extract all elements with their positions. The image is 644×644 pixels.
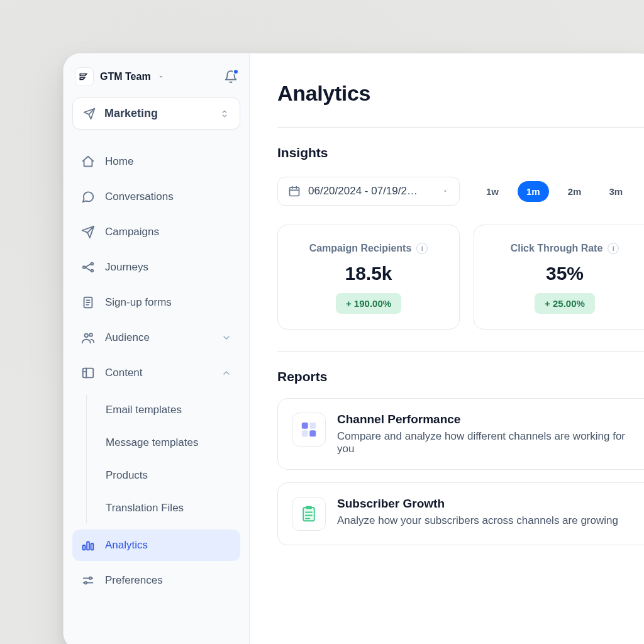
svg-point-5	[89, 333, 92, 336]
svg-rect-9	[91, 543, 94, 550]
date-range-picker[interactable]: 06/20/2024 - 07/19/2…	[277, 177, 460, 206]
date-range-label: 06/20/2024 - 07/19/2…	[308, 185, 434, 197]
sidebar-item-label: Audience	[105, 331, 150, 344]
main-content: Analytics Insights 06/20/2024 - 07/19/2……	[250, 53, 644, 644]
svg-rect-13	[302, 423, 308, 429]
bar-chart-icon	[81, 538, 95, 552]
insights-heading: Insights	[277, 145, 644, 160]
range-label: 1m	[526, 186, 540, 197]
workspace-label: Marketing	[104, 107, 158, 120]
chevron-down-icon	[221, 333, 231, 343]
calendar-icon	[288, 185, 301, 197]
range-2m[interactable]: 2m	[559, 181, 591, 202]
sidebar-item-conversations[interactable]: Conversations	[72, 181, 240, 213]
subnav-label: Products	[106, 469, 148, 481]
subnav-label: Message templates	[106, 436, 198, 448]
form-icon	[81, 296, 95, 309]
stat-value: 35%	[488, 263, 641, 284]
sidebar-item-campaigns[interactable]: Campaigns	[72, 216, 240, 248]
report-channel-performance[interactable]: Channel Performance Compare and analyze …	[277, 398, 644, 470]
sidebar-item-label: Conversations	[105, 191, 174, 203]
clipboard-icon	[292, 497, 326, 531]
reports-heading: Reports	[277, 369, 644, 384]
sidebar-item-content[interactable]: Content	[72, 357, 240, 389]
sidebar-item-analytics[interactable]: Analytics	[72, 530, 240, 561]
range-6m[interactable]: 6m	[641, 181, 644, 202]
sidebar-item-label: Sign-up forms	[105, 296, 172, 309]
range-3m[interactable]: 3m	[600, 181, 631, 202]
sidebar-item-journeys[interactable]: Journeys	[72, 252, 240, 283]
sidebar-item-label: Campaigns	[105, 226, 159, 238]
svg-rect-15	[302, 430, 308, 436]
range-label: 1w	[486, 186, 499, 197]
svg-rect-8	[87, 542, 89, 550]
notification-dot-icon	[233, 69, 239, 75]
people-icon	[81, 331, 95, 345]
svg-rect-14	[309, 423, 316, 429]
svg-rect-18	[306, 506, 312, 509]
subnav-translation-files[interactable]: Translation Files	[99, 493, 240, 523]
subnav-label: Email templates	[106, 404, 182, 416]
svg-rect-7	[83, 545, 86, 550]
home-icon	[81, 155, 95, 169]
stat-delta: + 190.00%	[336, 293, 401, 314]
sidebar-item-home[interactable]: Home	[72, 146, 240, 177]
svg-rect-16	[309, 430, 316, 436]
range-1w[interactable]: 1w	[477, 181, 508, 202]
app-logo-icon	[75, 67, 94, 86]
subnav-label: Translation Files	[106, 502, 184, 514]
paper-plane-icon	[83, 108, 96, 120]
report-title: Channel Performance	[337, 413, 641, 426]
report-subscriber-growth[interactable]: Subscriber Growth Analyze how your subsc…	[277, 482, 644, 545]
notifications-button[interactable]	[224, 70, 238, 84]
sidebar-item-preferences[interactable]: Preferences	[72, 565, 240, 596]
stat-cards: Campaign Recipients i 18.5k + 190.00% Cl…	[277, 225, 644, 330]
share-nodes-icon	[81, 260, 95, 274]
sidebar-item-label: Analytics	[105, 539, 148, 552]
page-title: Analytics	[277, 81, 644, 106]
info-icon[interactable]: i	[608, 243, 619, 254]
sidebar-item-label: Content	[105, 367, 143, 379]
divider	[277, 351, 644, 352]
subnav-message-templates[interactable]: Message templates	[99, 428, 240, 458]
report-title: Subscriber Growth	[337, 497, 618, 511]
insights-controls: 06/20/2024 - 07/19/2… 1w 1m 2m 3m 6m 1y	[277, 177, 644, 206]
report-desc: Analyze how your subscribers across chan…	[337, 514, 618, 527]
layout-icon	[81, 366, 95, 380]
grid-icon	[292, 413, 326, 447]
info-icon[interactable]: i	[416, 243, 428, 254]
stat-value: 18.5k	[292, 263, 445, 284]
sidebar-item-label: Home	[105, 155, 133, 168]
caret-down-icon	[441, 187, 449, 195]
content-subnav: Email templates Message templates Produc…	[86, 395, 240, 523]
sidebar-nav: Home Conversations Campaigns Journeys	[72, 146, 240, 596]
sort-icon	[219, 109, 230, 119]
svg-point-10	[89, 577, 92, 580]
sidebar-item-label: Preferences	[105, 574, 163, 587]
sliders-icon	[81, 574, 95, 587]
stat-delta: + 25.00%	[535, 293, 595, 314]
svg-point-4	[85, 334, 89, 338]
range-label: 2m	[568, 186, 582, 197]
svg-rect-6	[83, 369, 94, 378]
sidebar: GTM Team Marketing	[64, 53, 250, 644]
team-name: GTM Team	[100, 71, 151, 82]
card-click-through-rate[interactable]: Click Through Rate i 35% + 25.00%	[474, 225, 644, 330]
divider	[277, 127, 644, 128]
svg-point-11	[85, 582, 87, 584]
caret-down-icon	[157, 73, 165, 80]
send-icon	[81, 225, 95, 239]
workspace-picker[interactable]: Marketing	[72, 97, 240, 130]
report-desc: Compare and analyze how different channe…	[337, 430, 641, 455]
subnav-products[interactable]: Products	[99, 460, 240, 491]
sidebar-item-signup-forms[interactable]: Sign-up forms	[72, 287, 240, 318]
chevron-up-icon	[221, 368, 231, 378]
subnav-email-templates[interactable]: Email templates	[99, 395, 240, 425]
stat-label: Campaign Recipients	[309, 243, 412, 254]
sidebar-item-audience[interactable]: Audience	[72, 322, 240, 353]
team-switcher[interactable]: GTM Team	[72, 65, 240, 97]
chat-icon	[81, 190, 95, 204]
card-campaign-recipients[interactable]: Campaign Recipients i 18.5k + 190.00%	[277, 225, 460, 330]
stat-label: Click Through Rate	[511, 243, 603, 254]
range-1m[interactable]: 1m	[518, 181, 549, 202]
